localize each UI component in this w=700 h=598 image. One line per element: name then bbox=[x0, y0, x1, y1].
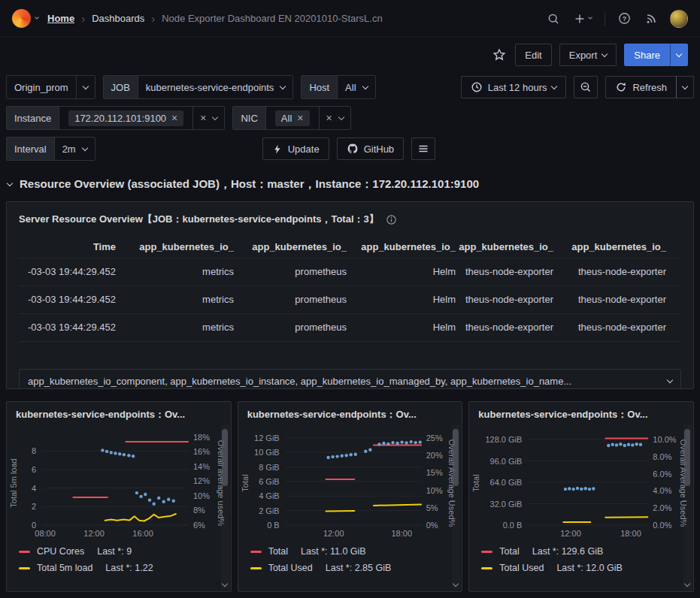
disk-timeseries-chart[interactable]: TotalOverall Average Used%0.0 B32.0 GiB6… bbox=[474, 427, 687, 539]
chevron-down-icon[interactable] bbox=[338, 113, 344, 119]
scrollbar-thumb[interactable] bbox=[453, 429, 459, 486]
table-header: Timeapp_kubernetes_io_app_kubernetes_io_… bbox=[19, 237, 681, 258]
instance-variable-value[interactable]: 172.20.112.101:9100× bbox=[59, 107, 192, 129]
hamburger-icon bbox=[417, 143, 429, 155]
edit-button[interactable]: Edit bbox=[515, 44, 551, 66]
cpu-overview-panel: kubernetes-service-endpoints：Ov... Total… bbox=[6, 401, 232, 592]
chevron-down-icon[interactable] bbox=[212, 113, 218, 119]
chart-legend: TotalLast *: 129.6 GiBTotal UsedLast *: … bbox=[474, 546, 687, 573]
legend-item: TotalLast *: 11.0 GiB bbox=[250, 546, 456, 557]
host-variable-label: Host bbox=[302, 76, 338, 98]
legend-series-name[interactable]: Total 5m load bbox=[37, 563, 92, 573]
scrollbar-thumb[interactable] bbox=[684, 429, 690, 486]
time-range-picker[interactable]: Last 12 hours bbox=[461, 76, 567, 98]
host-variable: Host All bbox=[301, 75, 375, 99]
axis-tick-label: 10% bbox=[193, 491, 214, 501]
table-cell: theus-node-exporter bbox=[555, 258, 668, 285]
table-column-header[interactable]: app_kubernetes_io_ bbox=[457, 237, 555, 258]
avatar[interactable] bbox=[670, 10, 688, 28]
legend-series-name[interactable]: Total Used bbox=[499, 563, 544, 573]
scrollbar-thumb[interactable] bbox=[222, 429, 228, 486]
info-icon[interactable] bbox=[386, 214, 397, 225]
panel-title[interactable]: Server Resource Overview【JOB：kubernetes-… bbox=[19, 213, 379, 226]
table-column-header[interactable]: app_kubernetes_io_ bbox=[235, 237, 348, 258]
job-variable-value[interactable]: kubernetes-service-endpoints bbox=[138, 76, 293, 98]
zoom-out-button[interactable] bbox=[574, 76, 598, 98]
nic-chip[interactable]: All× bbox=[275, 110, 310, 126]
axis-tick-label: 16:00 bbox=[126, 528, 159, 539]
panel-title[interactable]: kubernetes-service-endpoints：Ov... bbox=[11, 406, 225, 424]
panel-scrollbar[interactable] bbox=[452, 424, 460, 589]
star-icon bbox=[492, 48, 506, 62]
host-variable-value[interactable]: All bbox=[338, 76, 374, 98]
chevron-down-icon bbox=[35, 15, 39, 20]
filter-row-2: Instance 172.20.112.101:9100× × NIC All×… bbox=[6, 106, 694, 130]
refresh-button[interactable]: Refresh bbox=[605, 76, 677, 98]
help-button[interactable]: ? bbox=[617, 11, 632, 26]
share-menu-button[interactable] bbox=[670, 44, 688, 66]
memory-timeseries-chart[interactable]: TotalOverall Average Used%0 B2 GiB4 GiB6… bbox=[243, 427, 456, 539]
search-button[interactable] bbox=[546, 11, 561, 26]
interval-variable-value[interactable]: 2m bbox=[55, 137, 95, 160]
remove-chip-icon[interactable]: × bbox=[171, 114, 177, 122]
share-button[interactable]: Share bbox=[624, 44, 670, 66]
menu-button[interactable] bbox=[411, 137, 435, 160]
legend-series-last-value: Last *: 129.6 GiB bbox=[532, 546, 604, 557]
legend-series-name[interactable]: Total bbox=[499, 546, 519, 557]
interval-variable-label: Interval bbox=[7, 137, 55, 160]
update-button[interactable]: Update bbox=[262, 137, 329, 160]
nic-variable-value[interactable]: All× bbox=[266, 107, 319, 129]
chevron-down-icon bbox=[81, 144, 87, 150]
panel-title[interactable]: kubernetes-service-endpoints：Ov... bbox=[474, 406, 687, 424]
star-button[interactable] bbox=[491, 47, 508, 63]
datasource-value[interactable]: Origin_prom bbox=[7, 76, 76, 98]
legend-series-last-value: Last *: 9 bbox=[97, 546, 132, 557]
legend-series-name[interactable]: CPU Cores bbox=[37, 546, 84, 557]
axis-tick-label: 12% bbox=[193, 476, 214, 486]
scroll-down-icon[interactable] bbox=[453, 581, 459, 587]
new-button[interactable] bbox=[572, 11, 593, 26]
chart-panels-row: kubernetes-service-endpoints：Ov... Total… bbox=[0, 401, 700, 592]
github-button[interactable]: GitHub bbox=[337, 137, 404, 160]
field-select[interactable]: app_kubernetes_io_component, app_kuberne… bbox=[19, 369, 681, 389]
grafana-logo[interactable] bbox=[12, 9, 38, 28]
breadcrumb-home[interactable]: Home bbox=[47, 13, 74, 24]
panel-scrollbar[interactable] bbox=[683, 424, 692, 589]
panel-scrollbar[interactable] bbox=[221, 424, 229, 589]
table-column-header[interactable]: app_kubernetes_io_ bbox=[117, 237, 235, 258]
legend-series-name[interactable]: Total Used bbox=[268, 563, 313, 573]
export-button[interactable]: Export bbox=[559, 44, 617, 66]
table-column-header[interactable]: app_kubernetes_io_ bbox=[348, 237, 457, 258]
news-button[interactable] bbox=[644, 11, 659, 26]
panel-title[interactable]: kubernetes-service-endpoints：Ov... bbox=[243, 406, 456, 424]
section-row-header[interactable]: Resource Overview (associated JOB)，Host：… bbox=[0, 173, 700, 195]
table-cell: metrics bbox=[117, 314, 235, 341]
axis-tick-label: 6 GiB bbox=[252, 476, 280, 487]
table-cell: theus-node-exporter bbox=[457, 258, 555, 285]
clear-all-icon[interactable]: × bbox=[326, 114, 332, 122]
datasource-label: Origin_prom bbox=[14, 82, 68, 93]
legend-item: CPU CoresLast *: 9 bbox=[19, 546, 225, 557]
axis-tick-label: 4.0% bbox=[653, 485, 677, 496]
axis-tick-label: 6.0% bbox=[653, 469, 677, 479]
plus-icon bbox=[574, 13, 586, 25]
nav-actions: ? bbox=[546, 10, 688, 28]
memory-overview-panel: kubernetes-service-endpoints：Ov... Total… bbox=[238, 401, 463, 592]
scroll-down-icon[interactable] bbox=[221, 581, 227, 587]
axis-tick-label: 12:00 bbox=[77, 528, 111, 539]
breadcrumb-dashboards[interactable]: Dashboards bbox=[92, 13, 144, 24]
table-cell: -03-03 19:44:29.452 bbox=[19, 314, 117, 341]
lightning-icon bbox=[272, 143, 283, 155]
instance-chip[interactable]: 172.20.112.101:9100× bbox=[68, 110, 183, 126]
scroll-down-icon[interactable] bbox=[684, 581, 690, 587]
datasource-caret[interactable] bbox=[76, 76, 95, 98]
table-column-header[interactable]: Time bbox=[19, 237, 117, 258]
table-cell: Helm bbox=[348, 286, 457, 313]
cpu-timeseries-chart[interactable]: Total 5m loadOverall average used%024686… bbox=[11, 427, 225, 539]
legend-series-name[interactable]: Total bbox=[268, 546, 288, 557]
clear-all-icon[interactable]: × bbox=[200, 114, 206, 122]
refresh-interval-button[interactable] bbox=[676, 76, 694, 98]
table-column-header[interactable]: app_kubernetes_io_ bbox=[555, 237, 668, 258]
remove-chip-icon[interactable]: × bbox=[297, 114, 303, 122]
legend-item: TotalLast *: 129.6 GiB bbox=[481, 546, 687, 557]
